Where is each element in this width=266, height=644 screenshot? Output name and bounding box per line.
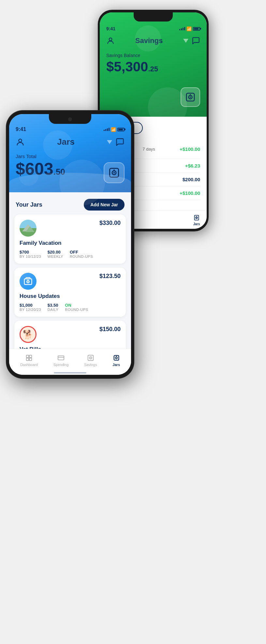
dropdown-arrow[interactable]: [183, 39, 188, 43]
vacation-details: $700 BY 10/12/23 $20.00 WEEKLY OFF ROUND…: [20, 250, 121, 258]
jars-dropdown-arrow[interactable]: [107, 140, 112, 144]
your-jars-label: Your Jars: [16, 201, 42, 208]
jars-total-label: Jars Total: [16, 154, 125, 159]
svg-point-3: [190, 96, 191, 98]
vet-avatar: 🐕: [20, 326, 37, 343]
vet-emoji: 🐕: [23, 329, 33, 340]
svg-point-9: [19, 139, 22, 142]
svg-rect-20: [26, 358, 29, 360]
jars-tab-icon: [113, 354, 120, 361]
jars-signal-icon: [104, 128, 110, 131]
jars-chat-icon[interactable]: [115, 138, 125, 147]
tab-spending-label: Spending: [53, 363, 69, 367]
savings-header: 9:41 📶: [100, 12, 207, 117]
front-screen: 9:41 📶: [9, 114, 131, 375]
house-roundups-label: ROUND-UPS: [65, 308, 88, 312]
person-icon[interactable]: [106, 37, 115, 45]
wifi-icon: 📶: [186, 26, 192, 31]
jar-card-vet-top: 🐕 $150.00: [20, 326, 121, 343]
home-indicator: [54, 372, 86, 373]
battery-icon: [193, 27, 200, 31]
front-phone: 9:41 📶: [7, 111, 134, 378]
vacation-contrib-label: WEEKLY: [48, 255, 63, 258]
vacation-contrib-value: $20.00: [48, 250, 63, 255]
svg-point-29: [116, 357, 117, 358]
house-details: $1,000 BY 12/20/23 $3.50 DAILY ON ROUND-…: [20, 303, 121, 312]
vacation-goal-label: BY 10/12/23: [20, 255, 41, 258]
vacation-name: Family Vacation: [20, 240, 121, 246]
jar-card-house[interactable]: $123.50 House Updates $1,000 BY 12/20/23…: [14, 268, 126, 317]
jars-wifi-icon: 📶: [111, 127, 116, 132]
days-label: 7 days: [142, 147, 155, 152]
tab-dashboard-label: Dashboard: [20, 363, 38, 367]
house-contrib-value: $3.50: [48, 303, 58, 308]
tab-jars-label: Jars: [112, 363, 120, 367]
svg-point-16: [28, 281, 29, 282]
vacation-roundups-label: ROUND-UPS: [70, 255, 93, 258]
vacation-goal-value: $700: [20, 250, 41, 255]
house-goal: $1,000 BY 12/20/23: [20, 303, 41, 312]
vacation-contribution: $20.00 WEEKLY: [48, 250, 63, 258]
tab-spending[interactable]: Spending: [53, 354, 69, 367]
jar-card-vacation-top: $330.00: [20, 220, 121, 237]
vacation-amount: $330.00: [99, 220, 121, 227]
transaction-amount-2: +$6.23: [185, 163, 200, 168]
jars-content-scroll[interactable]: Your Jars Add New Jar $330.00 Family Vac…: [9, 192, 131, 375]
vacation-roundups: OFF ROUND-UPS: [70, 250, 93, 258]
transaction-amount-4: +$100.00: [180, 190, 200, 196]
savings-balance-label: Savings Balance: [106, 53, 200, 58]
svg-rect-18: [26, 355, 29, 357]
jars-header: 9:41 📶: [9, 114, 131, 192]
house-amount: $123.50: [99, 273, 121, 280]
vault-icon-back[interactable]: [181, 87, 200, 107]
vacation-goal: $700 BY 10/12/23: [20, 250, 41, 258]
house-contrib-label: DAILY: [48, 308, 58, 312]
svg-rect-19: [29, 355, 32, 357]
house-roundups-value: ON: [65, 303, 88, 308]
jars-status-icons: 📶: [104, 127, 125, 132]
jars-time: 9:41: [16, 126, 26, 132]
transaction-amount-1: +$100.00: [180, 146, 200, 152]
tab-savings[interactable]: Savings: [84, 354, 97, 367]
house-goal-value: $1,000: [20, 303, 41, 308]
jars-person-icon[interactable]: [16, 138, 25, 147]
jar-card-house-top: $123.50: [20, 273, 121, 290]
house-goal-label: BY 12/20/23: [20, 308, 41, 312]
transaction-amount-3: $200.00: [183, 177, 200, 182]
back-status-icons: 📶: [179, 26, 200, 31]
savings-cents: .25: [148, 65, 158, 73]
house-contribution: $3.50 DAILY: [48, 303, 58, 312]
tab-dashboard[interactable]: Dashboard: [20, 354, 38, 367]
tab-savings-label: Savings: [84, 363, 97, 367]
jars-tab-back[interactable]: Jars: [193, 214, 200, 226]
spending-icon: [57, 354, 65, 361]
jars-status-bar: 9:41 📶: [16, 126, 125, 132]
back-notch: [134, 12, 173, 22]
savings-balance: $5,300.25: [106, 60, 200, 74]
svg-point-7: [196, 217, 197, 218]
chat-icon[interactable]: [192, 37, 200, 45]
front-camera: [68, 117, 72, 121]
svg-rect-22: [58, 356, 64, 360]
tab-jars[interactable]: Jars: [112, 354, 120, 367]
dashboard-icon: [25, 354, 33, 361]
jar-card-vacation[interactable]: $330.00 Family Vacation $700 BY 10/12/23…: [14, 214, 126, 264]
svg-rect-21: [29, 358, 32, 360]
savings-dollars: $5,300: [106, 59, 148, 74]
house-roundups: ON ROUND-UPS: [65, 303, 88, 312]
scene: 9:41 📶: [0, 0, 266, 644]
svg-point-0: [109, 38, 112, 41]
wave-decoration: [9, 173, 131, 192]
vacation-avatar: [20, 220, 37, 237]
house-name: House Updates: [20, 293, 121, 300]
house-avatar: [20, 273, 37, 290]
signal-icon: [179, 27, 185, 30]
jars-battery-icon: [117, 128, 125, 131]
svg-point-26: [90, 357, 91, 358]
jars-tab-label-back: Jars: [193, 222, 200, 226]
back-time: 9:41: [106, 26, 115, 31]
svg-point-12: [113, 172, 115, 174]
vet-amount: $150.00: [99, 326, 121, 333]
tab-bar: Dashboard Spending Savings: [9, 349, 131, 375]
savings-icon: [87, 354, 94, 361]
